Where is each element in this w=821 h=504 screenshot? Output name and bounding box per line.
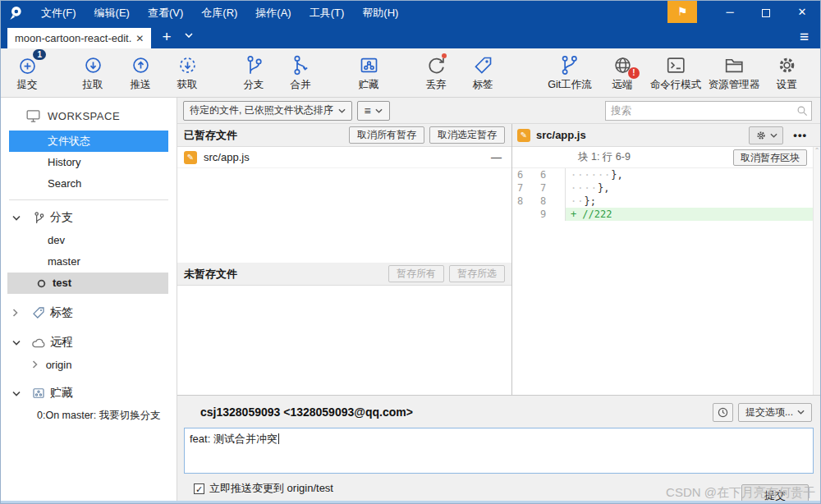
sidebar-item-search[interactable]: Search [1, 173, 177, 195]
toolbar-push-button[interactable]: 推送 [128, 53, 153, 92]
stage-selected-button[interactable]: 暂存所选 [449, 265, 505, 282]
gitflow-icon [557, 53, 582, 77]
chevron-down-icon [338, 108, 346, 113]
menu-edit[interactable]: 编辑(E) [85, 1, 139, 25]
hunk-label: 块 1: 行 6-9 [578, 150, 631, 164]
stash-icon [30, 386, 47, 401]
menu-actions[interactable]: 操作(A) [246, 1, 300, 25]
flag-button[interactable]: ⚑ [667, 1, 697, 23]
branch-item-test[interactable]: test [7, 273, 168, 294]
title-bar: 文件(F) 编辑(E) 查看(V) 仓库(R) 操作(A) 工具(T) 帮助(H… [1, 1, 820, 25]
stash-section-header[interactable]: 贮藏 [1, 381, 177, 405]
diff-line[interactable]: 6 6 ······}, [512, 168, 820, 181]
unstage-hunk-button[interactable]: 取消暂存区块 [733, 149, 807, 166]
remote-globe-icon: ! [610, 53, 635, 77]
stage-all-button[interactable]: 暂存所有 [388, 265, 444, 282]
toolbar-remote-button[interactable]: ! 远端 [610, 53, 635, 92]
toolbar-tag-button[interactable]: 标签 [470, 53, 495, 92]
tab-list-chevron-icon[interactable] [185, 26, 193, 41]
diff-panel: ✎ src/app.js ••• 块 1: 行 6-9 取消暂存区块 [512, 124, 820, 395]
tags-section-header[interactable]: 标签 [1, 300, 177, 325]
toolbar-discard-button[interactable]: 丢弃 [424, 53, 448, 92]
toolbar-pull-button[interactable]: 拉取 [80, 53, 105, 92]
diff-scrollbar[interactable]: ⌃ [813, 147, 820, 395]
commit-icon: 1 [15, 53, 39, 77]
push-immediately-checkbox[interactable]: ✓ [194, 483, 204, 494]
diff-body: 块 1: 行 6-9 取消暂存区块 6 6 ······}, 7 7 [512, 147, 820, 395]
stash-item[interactable]: 0:On master: 我要切换分支 [1, 405, 177, 425]
new-tab-button[interactable]: + [162, 26, 171, 48]
menu-help[interactable]: 帮助(H) [353, 1, 407, 25]
file-status-panel: 已暂存文件 取消所有暂存 取消选定暂存 ✎ src/app.js — [177, 124, 512, 395]
unstage-file-minus-button[interactable]: — [488, 151, 505, 163]
remote-item-origin[interactable]: origin [1, 355, 177, 376]
diff-options-dropdown[interactable] [749, 126, 783, 144]
fetch-icon [175, 53, 200, 77]
push-immediately-label: 立即推送变更到 origin/test [209, 481, 333, 496]
branch-icon [241, 53, 266, 77]
commit-options-dropdown[interactable]: 提交选项... [738, 403, 812, 422]
tab-close-icon[interactable]: ✕ [135, 33, 144, 44]
monitor-icon [25, 109, 41, 123]
branch-item-dev[interactable]: dev [1, 230, 177, 251]
diff-file-name: src/app.js [536, 129, 586, 141]
file-status-toolbar: 待定的文件, 已依照文件状态排序 ≡ [177, 98, 820, 124]
menu-file[interactable]: 文件(F) [32, 1, 85, 25]
branches-section-header[interactable]: 分支 [1, 205, 177, 230]
chevron-down-icon [770, 133, 777, 138]
branch-item-master[interactable]: master [1, 251, 177, 273]
toolbar-terminal-button[interactable]: 命令行模式 [650, 53, 702, 92]
commit-button[interactable]: 提交 [741, 484, 809, 504]
workspace-label: WORKSPACE [48, 110, 120, 122]
modified-file-icon: ✎ [517, 129, 530, 142]
text-cursor [278, 433, 279, 444]
commit-history-button[interactable] [713, 403, 733, 422]
discard-icon [424, 53, 448, 77]
diff-line-added[interactable]: 9 +//222 [512, 208, 820, 221]
unstage-all-button[interactable]: 取消所有暂存 [349, 126, 424, 144]
close-button[interactable]: ✕ [784, 1, 820, 24]
toolbar-settings-button[interactable]: 设置 [774, 53, 799, 92]
minimize-button[interactable]: ─ [712, 1, 748, 24]
repo-tab[interactable]: moon-cartoon-react-edit. ✕ [7, 28, 151, 48]
sidebar-item-history[interactable]: History [1, 152, 177, 173]
menu-tools[interactable]: 工具(T) [300, 1, 354, 25]
chevron-right-icon [12, 309, 22, 317]
workspace-header: WORKSPACE [1, 106, 177, 126]
repo-tab-label: moon-cartoon-react-edit. [15, 32, 131, 44]
maximize-button[interactable] [748, 1, 784, 24]
search-input[interactable] [605, 101, 812, 121]
more-options-button[interactable]: ••• [793, 129, 807, 141]
toolbar-branch-button[interactable]: 分支 [241, 53, 266, 92]
tab-bar: moon-cartoon-react-edit. ✕ + ≡ [1, 25, 820, 48]
toolbar-merge-button[interactable]: 合并 [288, 53, 313, 92]
remote-section-header[interactable]: 远程 [1, 330, 177, 355]
stash-icon [356, 53, 381, 77]
sidebar-item-file-status[interactable]: 文件状态 [9, 131, 168, 152]
unstaged-files-title: 未暂存文件 [184, 267, 237, 282]
tag-icon [470, 53, 495, 77]
sort-icon: ≡ [365, 104, 371, 117]
chevron-down-icon [12, 215, 22, 221]
tag-icon [30, 305, 47, 320]
pull-icon [80, 53, 105, 77]
toolbar-stash-button[interactable]: 贮藏 [356, 53, 381, 92]
sort-options-dropdown[interactable]: ≡ [357, 101, 390, 121]
unstaged-file-list [177, 286, 511, 395]
pending-files-dropdown[interactable]: 待定的文件, 已依照文件状态排序 [183, 101, 352, 121]
menu-view[interactable]: 查看(V) [139, 1, 192, 25]
menu-repository[interactable]: 仓库(R) [192, 1, 246, 25]
terminal-icon [663, 53, 688, 77]
toolbar-fetch-button[interactable]: 获取 [175, 53, 200, 92]
sourcetree-window: 文件(F) 编辑(E) 查看(V) 仓库(R) 操作(A) 工具(T) 帮助(H… [0, 0, 821, 504]
toolbar-gitflow-button[interactable]: Git工作流 [548, 53, 591, 92]
staged-file-row[interactable]: ✎ src/app.js — [177, 147, 511, 168]
window-menu-icon[interactable]: ≡ [800, 28, 809, 46]
toolbar-explorer-button[interactable]: 资源管理器 [709, 53, 760, 92]
discard-dot-badge [442, 53, 447, 58]
unstage-selected-button[interactable]: 取消选定暂存 [429, 126, 505, 144]
toolbar-commit-button[interactable]: 1 提交 [15, 53, 39, 92]
diff-line[interactable]: 7 7 ····}, [512, 181, 820, 195]
commit-message-input[interactable]: feat: 测试合并冲突 [184, 428, 814, 474]
diff-line[interactable]: 8 8 ··}; [512, 195, 820, 208]
